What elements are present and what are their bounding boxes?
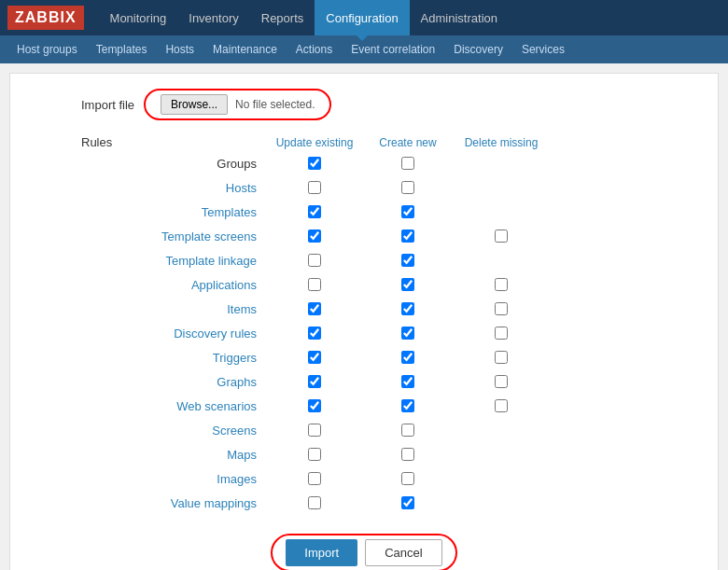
rule-update-checkbox[interactable] (308, 254, 321, 267)
rule-update-checkbox[interactable] (308, 278, 321, 291)
nav-configuration[interactable]: Configuration (315, 0, 409, 35)
rule-create-checkbox[interactable] (401, 157, 414, 170)
rule-create-cell (361, 399, 455, 412)
rule-create-checkbox[interactable] (401, 399, 414, 412)
rule-create-checkbox[interactable] (401, 205, 414, 218)
rule-label[interactable]: Template linkage (81, 254, 268, 268)
rule-update-checkbox[interactable] (308, 302, 321, 315)
rule-label[interactable]: Applications (81, 278, 268, 292)
rules-row: Groups (81, 151, 703, 175)
rule-create-cell (361, 472, 455, 485)
rules-row: Discovery rules (81, 321, 703, 345)
rule-label[interactable]: Triggers (81, 351, 268, 365)
rule-create-checkbox[interactable] (401, 302, 414, 315)
rule-delete-cell (455, 375, 548, 388)
rule-update-checkbox[interactable] (308, 424, 321, 437)
rule-label[interactable]: Templates (81, 205, 268, 219)
rules-row: Hosts (81, 175, 703, 200)
rule-update-checkbox[interactable] (308, 157, 321, 170)
rules-row: Web scenarios (81, 394, 703, 418)
import-button[interactable]: Import (286, 539, 357, 566)
rule-create-checkbox[interactable] (401, 254, 414, 267)
rule-label[interactable]: Items (81, 302, 268, 316)
subnav-actions[interactable]: Actions (287, 35, 342, 63)
rule-label[interactable]: Hosts (81, 181, 268, 195)
rule-create-cell (361, 181, 455, 194)
rule-create-checkbox[interactable] (401, 278, 414, 291)
rule-update-checkbox[interactable] (308, 448, 321, 461)
rule-delete-checkbox[interactable] (495, 375, 508, 388)
rule-label[interactable]: Images (81, 472, 268, 486)
rule-delete-checkbox[interactable] (495, 399, 508, 412)
rule-delete-checkbox[interactable] (495, 351, 508, 364)
rule-create-cell (361, 205, 455, 218)
rule-update-cell (268, 424, 361, 437)
rules-row: Template screens (81, 224, 703, 248)
browse-button[interactable]: Browse... (161, 94, 228, 115)
rule-delete-checkbox[interactable] (495, 278, 508, 291)
rule-update-cell (268, 278, 361, 291)
rules-row: Triggers (81, 345, 703, 369)
rule-label[interactable]: Screens (81, 424, 268, 438)
header-create-new: Create new (361, 136, 455, 149)
rule-update-checkbox[interactable] (308, 496, 321, 509)
subnav-host-groups[interactable]: Host groups (7, 35, 87, 63)
rule-label[interactable]: Web scenarios (81, 399, 268, 413)
rule-update-checkbox[interactable] (308, 399, 321, 412)
rule-create-checkbox[interactable] (401, 472, 414, 485)
button-row: Import Cancel (25, 534, 703, 570)
rule-create-checkbox[interactable] (401, 448, 414, 461)
subnav-hosts[interactable]: Hosts (156, 35, 203, 63)
rule-update-checkbox[interactable] (308, 472, 321, 485)
rule-delete-cell (455, 327, 548, 340)
rule-update-checkbox[interactable] (308, 327, 321, 340)
main-content: Import file Browse... No file selected. … (9, 73, 719, 570)
rules-rows: GroupsHostsTemplatesTemplate screensTemp… (81, 151, 703, 515)
rule-label[interactable]: Discovery rules (81, 327, 268, 341)
rule-delete-cell (455, 302, 548, 315)
rule-update-checkbox[interactable] (308, 351, 321, 364)
nav-inventory[interactable]: Inventory (177, 0, 249, 35)
rule-create-checkbox[interactable] (401, 327, 414, 340)
subnav-templates[interactable]: Templates (87, 35, 157, 63)
subnav-discovery[interactable]: Discovery (444, 35, 512, 63)
rule-create-checkbox[interactable] (401, 181, 414, 194)
nav-reports[interactable]: Reports (250, 0, 315, 35)
rule-label[interactable]: Template screens (81, 229, 268, 243)
header-update-existing: Update existing (268, 136, 361, 149)
rule-update-cell (268, 399, 361, 412)
rules-row: Screens (81, 418, 703, 442)
rule-delete-checkbox[interactable] (495, 327, 508, 340)
rule-create-checkbox[interactable] (401, 351, 414, 364)
rule-update-cell (268, 254, 361, 267)
rule-delete-cell (455, 229, 548, 243)
rule-update-cell (268, 205, 361, 218)
nav-administration[interactable]: Administration (410, 0, 509, 35)
rule-delete-checkbox[interactable] (495, 302, 508, 315)
rule-label[interactable]: Value mappings (81, 496, 268, 510)
cancel-button[interactable]: Cancel (365, 539, 441, 566)
top-navigation: ZABBIX Monitoring Inventory Reports Conf… (0, 0, 728, 35)
rule-label[interactable]: Graphs (81, 375, 268, 389)
rule-update-cell (268, 351, 361, 364)
rule-create-checkbox[interactable] (401, 424, 414, 437)
subnav-maintenance[interactable]: Maintenance (203, 35, 287, 63)
rule-update-checkbox[interactable] (308, 375, 321, 388)
rule-update-cell (268, 229, 361, 243)
rule-create-cell (361, 424, 455, 437)
rule-update-checkbox[interactable] (308, 229, 321, 243)
rule-delete-checkbox[interactable] (495, 229, 508, 243)
rule-delete-cell (455, 351, 548, 364)
rule-update-checkbox[interactable] (308, 181, 321, 194)
rule-create-checkbox[interactable] (401, 375, 414, 388)
rule-update-checkbox[interactable] (308, 205, 321, 218)
rule-label[interactable]: Maps (81, 448, 268, 462)
rule-create-checkbox[interactable] (401, 496, 414, 509)
rules-label: Rules (81, 135, 268, 149)
rule-create-cell (361, 496, 455, 509)
rules-row: Graphs (81, 369, 703, 394)
rule-create-checkbox[interactable] (401, 229, 414, 243)
rule-create-cell (361, 375, 455, 388)
subnav-services[interactable]: Services (512, 35, 574, 63)
nav-monitoring[interactable]: Monitoring (99, 0, 178, 35)
